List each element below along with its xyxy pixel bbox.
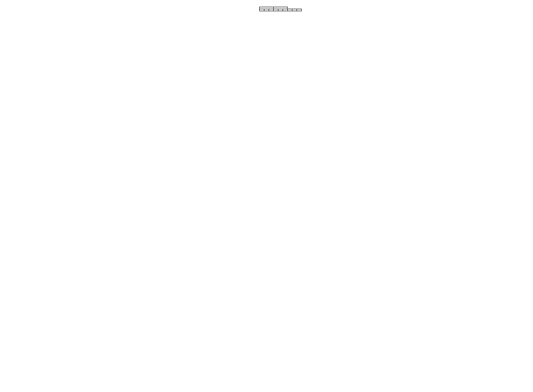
col-host-classB [292,9,296,11]
col-host-classC [296,9,301,11]
main-table-wrapper [231,7,302,11]
col-host-classA [287,9,292,11]
subnet-reference-table [231,7,302,11]
col-blocksize [268,9,273,11]
col-netmask [264,9,268,11]
col-subnet-classA [273,9,278,11]
col-subnet-classB [278,9,282,11]
col-subnet-classC [282,9,287,11]
col-slash [259,9,264,11]
